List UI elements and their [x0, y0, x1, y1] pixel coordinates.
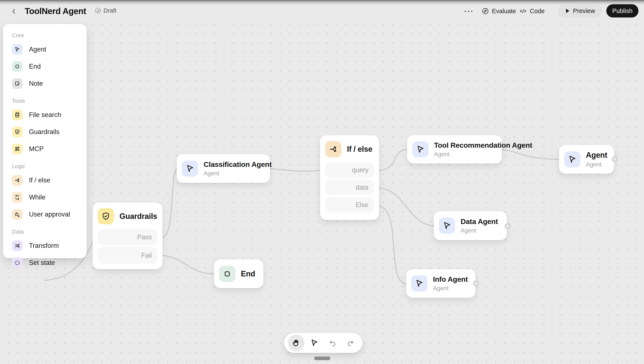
undo-button[interactable] — [324, 334, 341, 351]
compass-icon — [482, 8, 489, 15]
page-title: ToolNerd Agent — [25, 7, 86, 16]
output-port[interactable] — [612, 156, 618, 162]
node-subtitle: Agent — [204, 170, 272, 177]
draft-pencil-icon — [94, 7, 101, 14]
node-subtitle: Agent — [433, 285, 468, 292]
edge-classification-ifelse — [270, 169, 320, 171]
note-icon — [12, 78, 22, 89]
node-subtitle: Agent — [461, 227, 498, 234]
section-label-tools: Tools — [12, 98, 87, 104]
node-if-else[interactable]: If / else query data Else — [320, 135, 379, 220]
more-options-button[interactable] — [464, 8, 474, 15]
cursor-arrow-icon — [310, 339, 318, 347]
sidebar-item-agent[interactable]: Agent — [3, 41, 87, 58]
rounded-square-icon — [219, 266, 235, 282]
database-icon — [12, 110, 22, 120]
node-title: End — [241, 269, 255, 278]
select-cursor-tool[interactable] — [306, 334, 323, 351]
cursor-arrow-icon — [564, 151, 580, 168]
node-title: Data Agent — [461, 217, 498, 226]
section-label-logic: Logic — [12, 163, 87, 170]
shield-check-icon — [12, 127, 22, 137]
edge-pass-classification — [163, 169, 177, 237]
node-title: Info Agent — [433, 275, 468, 283]
node-title: Agent — [586, 151, 607, 160]
play-icon — [565, 8, 570, 14]
output-port[interactable] — [473, 281, 478, 286]
header-bar: ToolNerd Agent Draft Evaluate Code Previ… — [0, 0, 644, 24]
sidebar-item-set-state[interactable]: Set state — [3, 254, 87, 271]
section-label-data: Data — [12, 228, 87, 235]
node-palette-sidebar: Core Agent End Note Tools File search Gu… — [3, 24, 87, 258]
sidebar-item-transform[interactable]: Transform — [3, 237, 87, 254]
undo-icon — [328, 339, 337, 347]
section-label-core: Core — [12, 32, 87, 39]
node-agent[interactable]: Agent Agent — [559, 145, 614, 174]
redo-icon — [346, 339, 355, 347]
sidebar-item-while[interactable]: While — [3, 189, 87, 206]
shield-check-icon — [98, 208, 114, 224]
sidebar-item-file-search[interactable]: File search — [3, 106, 87, 123]
edge-data-dataagent — [379, 188, 434, 226]
rounded-square-icon — [12, 61, 22, 72]
flow-canvas[interactable]: Guardrails Pass Fail Classification Agen… — [0, 24, 644, 364]
code-button[interactable]: Code — [519, 7, 544, 16]
edge-else-infoagent — [379, 206, 406, 284]
sidebar-item-if-else[interactable]: If / else — [3, 172, 87, 189]
branch-icon — [12, 175, 22, 186]
dashed-circle-icon — [12, 257, 22, 268]
sidebar-item-note[interactable]: Note — [3, 75, 87, 92]
sidebar-item-mcp[interactable]: MCP — [3, 140, 87, 158]
edge-fail-end — [163, 255, 214, 274]
node-tool-recommendation-agent[interactable]: Tool Recommendation Agent Agent — [407, 135, 502, 163]
evaluate-button[interactable]: Evaluate — [482, 7, 516, 16]
node-info-agent[interactable]: Info Agent Agent — [406, 269, 475, 298]
node-title: Tool Recommendation Agent — [434, 141, 532, 149]
node-end[interactable]: End — [214, 259, 264, 288]
branch-row-pass[interactable]: Pass — [98, 229, 158, 245]
branch-row-else[interactable]: Else — [325, 197, 374, 213]
sidebar-item-user-approval[interactable]: User approval — [3, 206, 87, 223]
node-title: Guardrails — [120, 212, 157, 221]
node-data-agent[interactable]: Data Agent Agent — [434, 211, 507, 240]
node-guardrails[interactable]: Guardrails Pass Fail — [93, 202, 162, 269]
cursor-arrow-icon — [412, 141, 428, 158]
node-subtitle: Agent — [434, 151, 532, 158]
output-port[interactable] — [505, 223, 510, 229]
cursor-arrow-icon — [439, 218, 455, 234]
thumbs-icon — [12, 209, 22, 220]
branch-row-query[interactable]: query — [325, 162, 374, 178]
branch-row-fail[interactable]: Fail — [98, 247, 158, 264]
sidebar-item-guardrails[interactable]: Guardrails — [3, 123, 87, 140]
cursor-arrow-icon — [12, 44, 22, 55]
node-subtitle: Agent — [586, 161, 607, 168]
branch-row-data[interactable]: data — [325, 180, 374, 195]
canvas-toolbar — [284, 333, 362, 353]
branch-icon — [325, 141, 342, 157]
node-title: If / else — [347, 145, 372, 154]
preview-button[interactable]: Preview — [558, 4, 602, 18]
cursor-arrow-icon — [411, 275, 428, 291]
redo-button[interactable] — [342, 334, 359, 351]
ellipsis-icon — [464, 10, 473, 13]
sidebar-item-end[interactable]: End — [3, 58, 87, 75]
edge-query-toolrec — [379, 150, 407, 170]
back-button[interactable] — [10, 7, 18, 15]
publish-button[interactable]: Publish — [606, 4, 638, 18]
molecule-icon — [12, 144, 22, 154]
shuffle-icon — [12, 240, 22, 251]
pan-hand-tool[interactable] — [288, 334, 304, 351]
hand-icon — [292, 338, 301, 347]
code-icon — [519, 8, 527, 15]
status-badge: Draft — [94, 7, 116, 14]
cursor-arrow-icon — [182, 160, 198, 177]
node-title: Classification Agent — [204, 160, 272, 169]
dock-drag-handle[interactable] — [314, 356, 330, 360]
node-classification-agent[interactable]: Classification Agent Agent — [177, 154, 270, 183]
loop-icon — [12, 192, 22, 203]
